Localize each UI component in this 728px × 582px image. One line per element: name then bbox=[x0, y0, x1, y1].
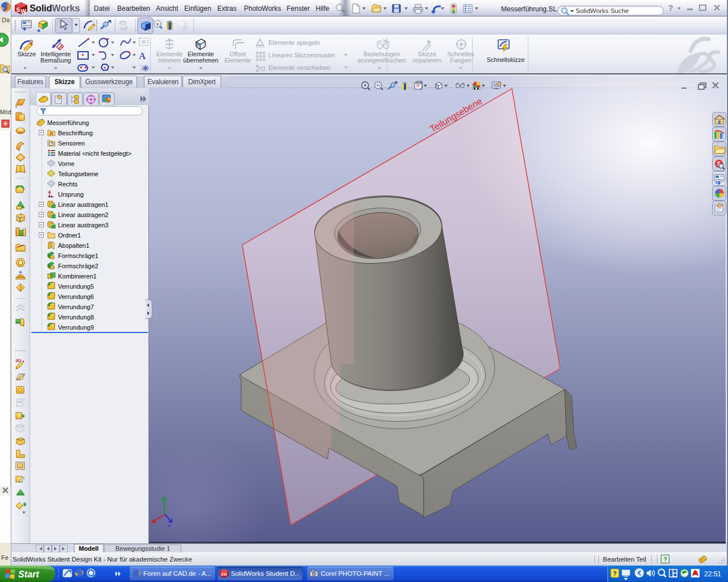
svg-text:A: A bbox=[139, 51, 146, 61]
svg-text:SW: SW bbox=[221, 572, 228, 576]
svg-text:Start: Start bbox=[18, 569, 39, 579]
svg-text:S: S bbox=[16, 7, 20, 13]
svg-text:A: A bbox=[49, 131, 53, 136]
svg-text:W: W bbox=[21, 9, 27, 15]
svg-text:?: ? bbox=[613, 570, 617, 577]
